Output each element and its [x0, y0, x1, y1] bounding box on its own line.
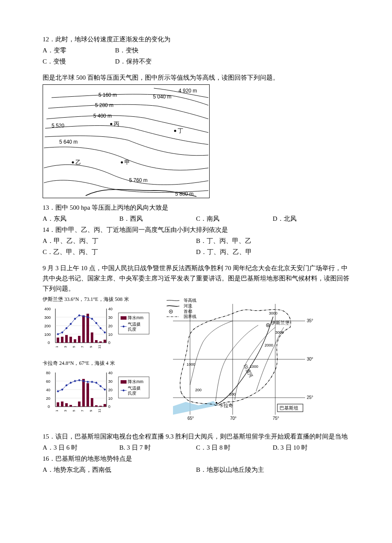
svg-text:5: 5	[72, 410, 76, 412]
contour-5280: 5 280 m	[95, 102, 113, 108]
svg-text:200: 200	[229, 392, 236, 396]
svg-text:10: 10	[108, 332, 112, 337]
q13-option-c: C．南风	[196, 214, 273, 224]
label-karachi: 卡拉奇	[219, 403, 233, 408]
svg-text:25°: 25°	[307, 395, 313, 400]
svg-text:65°: 65°	[187, 416, 194, 421]
q15-option-a: A．3 日 6 时	[43, 442, 119, 453]
svg-text:0: 0	[108, 404, 110, 409]
svg-text:80: 80	[46, 371, 50, 375]
climate-charts: 伊斯兰堡 33.6°N，73.1°E，海拔 508 米 400 300 200 …	[43, 295, 153, 423]
svg-text:0: 0	[108, 341, 110, 345]
svg-rect-80	[91, 398, 93, 407]
svg-text:7: 7	[81, 410, 84, 412]
q13-stem: 13．图中 500 hpa 等压面上丙地的风向大致是	[43, 202, 349, 213]
svg-text:0: 0	[48, 341, 50, 345]
q13-option-d: D．北风	[273, 214, 349, 224]
contour-5640: 5 640 m	[59, 139, 78, 145]
svg-text:10: 10	[108, 396, 112, 401]
legend-precip: 降水mm	[128, 315, 144, 320]
q14-option-a: A．甲、乙、丙、丁	[43, 236, 196, 246]
svg-rect-29	[91, 332, 93, 343]
svg-point-130	[216, 402, 217, 404]
contour-5160: 5 160 m	[98, 92, 117, 98]
svg-point-1	[110, 123, 112, 125]
q16-options: A．地势东北高，西南低 B．地形以山地丘陵为主	[43, 465, 349, 475]
contour-5880: 5 880 m	[175, 191, 193, 197]
svg-rect-76	[74, 406, 76, 407]
climate-and-map: 伊斯兰堡 33.6°N，73.1°E，海拔 508 米 400 300 200 …	[43, 295, 349, 426]
svg-rect-78	[82, 379, 85, 407]
q15-stem: 15．该日，巴基斯坦国家电视台也全程直播 9.3 胜利日大阅兵，则巴基斯坦留学生…	[43, 431, 349, 442]
svg-text:首都: 首都	[184, 309, 192, 314]
svg-text:河流: 河流	[184, 303, 192, 308]
svg-text:0: 0	[48, 404, 50, 409]
svg-text:35°: 35°	[307, 318, 313, 323]
svg-text:氏度: 氏度	[128, 391, 136, 396]
svg-rect-84	[57, 390, 59, 393]
svg-rect-79	[86, 383, 89, 407]
svg-text:1000: 1000	[250, 364, 258, 369]
svg-rect-21	[57, 338, 59, 343]
svg-rect-103	[121, 380, 127, 384]
svg-rect-22	[61, 337, 63, 343]
svg-text:9: 9	[89, 410, 93, 412]
point-ding: 丁	[178, 127, 183, 134]
svg-rect-30	[95, 340, 98, 343]
svg-text:40: 40	[108, 307, 112, 311]
q12-option-b: B．变快	[115, 45, 187, 55]
svg-rect-106	[122, 390, 125, 392]
svg-rect-83	[104, 404, 106, 407]
svg-rect-75	[69, 405, 72, 407]
svg-text:9: 9	[89, 346, 93, 348]
point-yi: 乙	[75, 159, 81, 165]
svg-text:11: 11	[98, 409, 101, 413]
intro-fig1: 图是北半球 500 百帕等压面天气图，图中所示等值线为等高线，读图回答下列问题。	[43, 72, 349, 83]
svg-point-3	[72, 162, 74, 164]
svg-text:75°: 75°	[273, 416, 279, 421]
svg-rect-73	[61, 401, 63, 407]
q16-option-b: B．地形以山地丘陵为主	[196, 465, 349, 475]
svg-rect-27	[82, 315, 85, 343]
q15-option-d: D. 3 日 10 时	[273, 442, 349, 453]
svg-text:30: 30	[108, 379, 112, 384]
chart-islamabad: 伊斯兰堡 33.6°N，73.1°E，海拔 508 米 400 300 200 …	[43, 295, 153, 354]
svg-text:70°: 70°	[230, 416, 236, 421]
svg-rect-32	[104, 340, 106, 343]
q13-option-a: A．东风	[43, 214, 119, 224]
contour-5520: 5 520	[52, 123, 64, 129]
svg-text:60: 60	[46, 379, 50, 384]
svg-text:氏度: 氏度	[128, 327, 136, 332]
chart-karachi: 卡拉奇 24.8°N，67°E，海拔 4 米 80 60 40 20 0 40 …	[43, 359, 153, 418]
chart-isl-title: 伊斯兰堡 33.6°N，73.1°E，海拔 508 米	[43, 295, 153, 303]
q14-stem: 14．图中甲、乙、丙、丁近地面同一高度气压由小到大排列依次是	[43, 225, 349, 235]
svg-rect-25	[74, 339, 76, 343]
q12-option-a: A．变零	[43, 45, 115, 55]
q12-option-d: D．保持不变	[115, 56, 187, 66]
svg-rect-81	[95, 405, 98, 407]
q14-options-row1: A．甲、乙、丙、丁 B．丁、丙、甲、乙	[43, 236, 349, 246]
svg-text:1: 1	[55, 410, 59, 412]
svg-rect-54	[122, 325, 125, 328]
svg-rect-31	[99, 341, 102, 343]
q16-option-a: A．地势东北高，西南低	[43, 465, 196, 475]
q12-option-c: C．变慢	[43, 56, 115, 66]
label-islamabad: 伊斯兰堡	[271, 320, 290, 325]
intro-fig2: 9 月 3 日上午 10 点，中国人民抗日战争暨世界反法西斯战争胜利 70 周年…	[43, 263, 349, 294]
svg-rect-72	[57, 402, 59, 407]
q13-options: A．东风 B．西风 C．南风 D．北风	[43, 214, 349, 224]
label-pakistan: 巴基斯坦	[280, 405, 298, 410]
svg-point-2	[174, 130, 176, 132]
q14-options-row2: C．乙、甲、丙、丁 D．丁、丙、乙、甲	[43, 247, 349, 257]
svg-text:7: 7	[81, 346, 84, 348]
svg-text:20: 20	[46, 396, 50, 401]
svg-rect-82	[99, 406, 102, 407]
svg-text:200: 200	[44, 324, 51, 328]
svg-text:100: 100	[44, 332, 51, 337]
svg-rect-77	[78, 401, 81, 407]
svg-text:30: 30	[108, 315, 112, 320]
point-jia: 甲	[124, 159, 130, 165]
svg-text:40: 40	[46, 388, 50, 392]
svg-text:300: 300	[44, 315, 51, 320]
contour-5760: 5 760 m	[129, 177, 147, 183]
